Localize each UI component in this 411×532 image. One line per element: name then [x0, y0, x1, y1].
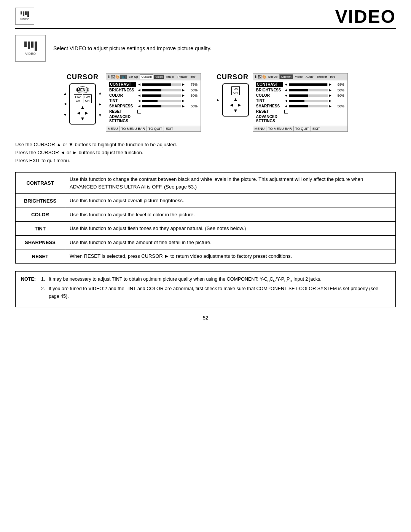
osd-content-left: CONTRAST ◄ ► 75% BRIGHTNESS ◄ ► 50 — [106, 80, 201, 126]
fav-ch-row-right: FAVCH — [225, 86, 247, 95]
osd-row-brightness-right: BRIGHTNESS ◄ ► 50% — [256, 88, 344, 92]
osd-footer-left: MENU TO MENU BAR TO QUIT EXIT — [106, 126, 201, 131]
osd-content-right: CONTRAST ◄ ► 98% BRIGHTNESS ◄ ► 50 — [253, 80, 347, 126]
desc-reset: When RESET is selected, press CURSOR ► t… — [65, 249, 396, 264]
right-arrow-labels: ▲ ► ▼ — [98, 91, 102, 117]
right-remote-left-arrows: ► — [216, 98, 220, 102]
note-item-2: 2. If you are tuned to VIDEO:2 and the T… — [41, 285, 390, 300]
instruction-line-3: Press EXIT to quit menu. — [15, 157, 396, 165]
label-reset: RESET — [16, 249, 65, 264]
cursor-instructions: Use the CURSOR ▲ or ▼ buttons to highlig… — [15, 141, 396, 165]
osd-row-tint-left: TINT ◄ ► — [109, 99, 198, 103]
osd-menubar-right: ⬆ 🖼 🎨 Set Up Custom Video Audio Theater … — [253, 73, 347, 80]
desc-color: Use this function to adjust the level of… — [65, 208, 396, 222]
page-header: VIDEO VIDEO — [15, 8, 396, 29]
osd-row-sharpness-right: SHARPNESS ◄ ► 50% — [256, 104, 344, 108]
remote-body-right: FAVCH ▲ ◄ ► ▼ — [222, 83, 249, 117]
osd-row-color-right: COLOR ◄ ► 50% — [256, 93, 344, 97]
table-row-reset: RESET When RESET is selected, press CURS… — [16, 249, 396, 264]
page-number: 52 — [15, 315, 396, 321]
left-arrow-labels: ▲ ◄ ▼ — [63, 91, 67, 117]
instruction-line-2: Press the CURSOR ◄ or ► buttons to adjus… — [15, 149, 396, 157]
left-remote-diagram: CURSOR ▲ ◄ ▼ MENU FAVCH FAVCH — [63, 73, 102, 125]
remote-body-left: MENU FAVCH FAVCH ▲ ◄ ► ▼ — [69, 83, 96, 125]
header-video-icon: VIDEO — [15, 8, 34, 25]
intro-text: Select VIDEO to adjust picture settings … — [53, 45, 211, 51]
intro-section: VIDEO Select VIDEO to adjust picture set… — [15, 35, 396, 62]
osd-row-advanced-right: ADVANCEDSETTINGS — [256, 115, 344, 123]
note-label: NOTE: — [21, 275, 36, 302]
table-row-color: COLOR Use this function to adjust the le… — [16, 208, 396, 222]
desc-sharpness: Use this function to adjust the amount o… — [65, 235, 396, 249]
instruction-line-1: Use the CURSOR ▲ or ▼ buttons to highlig… — [15, 141, 396, 149]
osd-panel-left: ⬆ 🖼 🎨 📺 Set Up Custom Video Audio Theate… — [106, 73, 201, 132]
table-row-tint: TINT Use this function to adjust flesh t… — [16, 222, 396, 236]
osd-row-reset-right: RESET — [256, 109, 344, 113]
menu-button: MENU — [76, 86, 89, 93]
notes-box: NOTE: 1. It may be necessary to adjust T… — [15, 271, 396, 308]
table-row-contrast: CONTRAST Use this function to change the… — [16, 173, 396, 194]
osd-row-reset-left: RESET — [109, 109, 198, 113]
note-header: NOTE: 1. It may be necessary to adjust T… — [21, 275, 390, 302]
osd-row-brightness-left: BRIGHTNESS ◄ ► 50% — [109, 88, 198, 92]
fav-ch-row-left: FAVCH FAVCH — [72, 94, 94, 103]
table-row-sharpness: SHARPNESS Use this function to adjust th… — [16, 235, 396, 249]
right-remote-diagram: CURSOR ► FAVCH ▲ ◄ ► — [216, 73, 249, 117]
osd-row-advanced-left: ADVANCEDSETTINGS — [109, 115, 198, 123]
label-color: COLOR — [16, 208, 65, 222]
desc-tint: Use this function to adjust flesh tones … — [65, 222, 396, 236]
function-table: CONTRAST Use this function to change the… — [15, 172, 396, 264]
desc-contrast: Use this function to change the contrast… — [65, 173, 396, 194]
intro-video-icon: VIDEO — [15, 35, 46, 62]
label-sharpness: SHARPNESS — [16, 235, 65, 249]
label-tint: TINT — [16, 222, 65, 236]
table-row-brightness: BRIGHTNESS Use this function to adjust o… — [16, 194, 396, 208]
osd-panel-right: ⬆ 🖼 🎨 Set Up Custom Video Audio Theater … — [253, 73, 348, 132]
osd-footer-right: MENU TO MENU BAR TO QUIT EXIT — [253, 126, 347, 131]
osd-row-sharpness-left: SHARPNESS ◄ ► 50% — [109, 104, 198, 108]
osd-row-tint-right: TINT ◄ ► — [256, 99, 344, 103]
osd-row-contrast-right: CONTRAST ◄ ► 98% — [256, 82, 344, 87]
label-contrast: CONTRAST — [16, 173, 65, 194]
osd-row-contrast-left: CONTRAST ◄ ► 75% — [109, 82, 198, 87]
note-item-1: 1. It may be necessary to adjust TINT to… — [41, 275, 390, 284]
cursor-label-right: CURSOR — [217, 73, 249, 81]
desc-brightness: Use this function to adjust overall pict… — [65, 194, 396, 208]
label-brightness: BRIGHTNESS — [16, 194, 65, 208]
osd-row-color-left: COLOR ◄ ► 50% — [109, 93, 198, 97]
cursor-label-left: CURSOR — [67, 73, 99, 81]
osd-menubar-left: ⬆ 🖼 🎨 📺 Set Up Custom Video Audio Theate… — [106, 73, 201, 80]
page-title: VIDEO — [335, 8, 396, 26]
diagrams-area: CURSOR ▲ ◄ ▼ MENU FAVCH FAVCH — [15, 73, 396, 132]
